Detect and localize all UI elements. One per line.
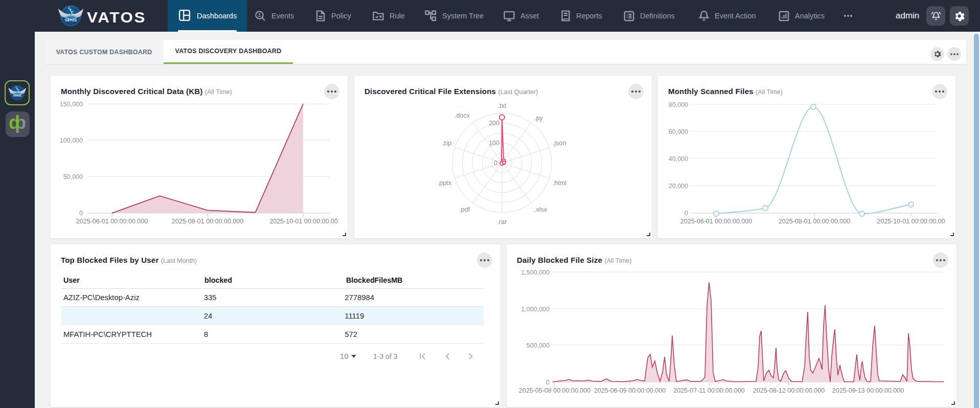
svg-text:150,000: 150,000 — [60, 101, 83, 108]
svg-text:80,000: 80,000 — [669, 101, 688, 108]
svg-text:2025-10-01 00:00:00.00: 2025-10-01 00:00:00.00 — [877, 218, 945, 225]
svg-text:.pdf: .pdf — [459, 206, 470, 213]
svg-text:0: 0 — [546, 379, 550, 386]
svg-text:50,000: 50,000 — [63, 173, 83, 180]
svg-text:.rar: .rar — [497, 218, 507, 225]
svg-text:20,000: 20,000 — [669, 183, 688, 190]
svg-text:0: 0 — [494, 160, 497, 167]
svg-text:.docx: .docx — [454, 112, 470, 119]
svg-text:2025-06-09 00:00:00.000: 2025-06-09 00:00:00.000 — [594, 387, 666, 394]
svg-text:100,000: 100,000 — [60, 137, 83, 144]
svg-text:1,500,000: 1,500,000 — [521, 269, 550, 276]
svg-text:2025-08-01 00:00:00.000: 2025-08-01 00:00:00.000 — [779, 218, 850, 225]
svg-text:.html: .html — [553, 179, 566, 187]
svg-text:100: 100 — [489, 140, 499, 147]
svg-text:500,000: 500,000 — [527, 342, 550, 349]
svg-text:2025-07-11 00:00:00.000: 2025-07-11 00:00:00.000 — [673, 387, 745, 394]
svg-text:0: 0 — [79, 210, 83, 217]
svg-text:0: 0 — [685, 210, 688, 217]
svg-text:.txt: .txt — [498, 102, 507, 109]
svg-text:2025-09-13 00:00:00.000: 2025-09-13 00:00:00.000 — [832, 387, 904, 394]
svg-text:2025-10-01 00:00:00.00: 2025-10-01 00:00:00.00 — [269, 218, 337, 225]
svg-text:60,000: 60,000 — [669, 128, 688, 135]
svg-text:1,000,000: 1,000,000 — [521, 306, 550, 313]
svg-text:.py: .py — [534, 115, 543, 122]
svg-text:2025-06-01 00:00:00.000: 2025-06-01 00:00:00.000 — [680, 218, 752, 225]
svg-text:2025-08-01 00:00:00.000: 2025-08-01 00:00:00.000 — [172, 218, 243, 225]
svg-text:.zip: .zip — [442, 140, 452, 147]
svg-text:2025-08-12 00:00:00.000: 2025-08-12 00:00:00.000 — [753, 387, 825, 394]
svg-text:.pptx: .pptx — [438, 179, 452, 187]
svg-text:200: 200 — [489, 120, 499, 127]
svg-text:.json: .json — [553, 140, 566, 147]
svg-text:2025-06-01 00:00:00.000: 2025-06-01 00:00:00.000 — [76, 218, 148, 225]
svg-text:40,000: 40,000 — [669, 155, 688, 163]
svg-text:.xlsx: .xlsx — [534, 206, 548, 213]
svg-text:2025-05-08 00:00:00.000: 2025-05-08 00:00:00.000 — [519, 387, 590, 394]
